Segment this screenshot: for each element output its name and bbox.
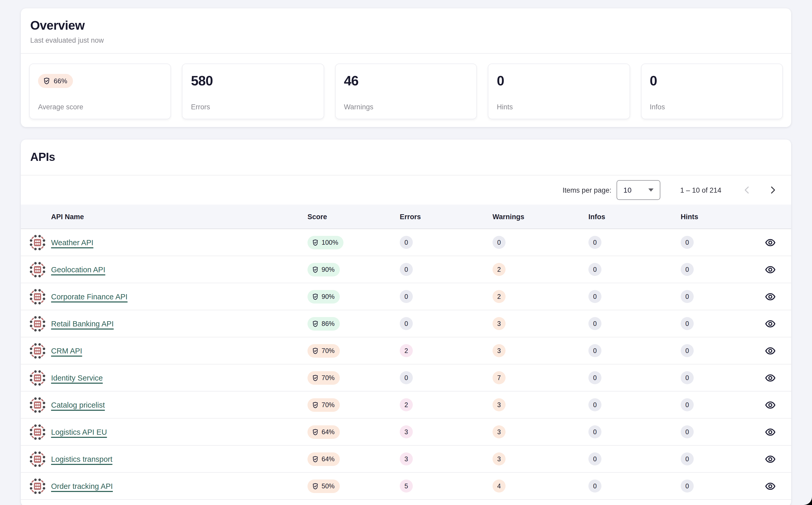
- shield-check-icon: [312, 374, 319, 381]
- api-name-link[interactable]: Retail Banking API: [51, 319, 114, 328]
- view-api-button[interactable]: [760, 340, 781, 361]
- hints-badge: 0: [681, 317, 694, 330]
- api-logo-icon: [29, 451, 46, 467]
- table-row: Order tracking API50%5400: [21, 473, 791, 500]
- warnings-badge: 3: [492, 398, 505, 411]
- shield-check-icon: [43, 77, 50, 85]
- hints-cell: 0: [681, 236, 758, 249]
- hints-cell: 0: [681, 480, 758, 493]
- stat-label: Average score: [38, 103, 162, 111]
- stat-card-infos: 0Infos: [641, 63, 783, 119]
- hints-cell: 0: [681, 371, 758, 384]
- api-name-link[interactable]: Identity Service: [51, 373, 103, 382]
- hints-badge: 0: [681, 426, 694, 438]
- hints-badge: 0: [681, 480, 694, 493]
- hints-badge: 0: [681, 344, 694, 357]
- errors-badge: 0: [400, 371, 413, 384]
- apis-title: APIs: [30, 150, 55, 164]
- infos-badge: 0: [588, 398, 601, 411]
- api-name-link[interactable]: Weather API: [51, 238, 93, 246]
- shield-check-icon: [312, 293, 319, 300]
- api-name-link[interactable]: Logistics API EU: [51, 428, 107, 436]
- api-name-link[interactable]: Logistics transport: [51, 455, 112, 463]
- table-toolbar: Items per page: 10 1 – 10 of 214: [21, 175, 791, 205]
- api-name-cell: Catalog pricelist: [29, 396, 308, 413]
- table-row: Retail Banking API86%0300: [21, 310, 791, 337]
- view-api-button[interactable]: [760, 286, 781, 307]
- api-name-cell: Geolocation API: [29, 261, 308, 278]
- table-row: Logistics transport64%3300: [21, 446, 791, 473]
- previous-page-button[interactable]: [737, 180, 758, 200]
- eye-icon: [765, 291, 776, 302]
- view-api-button[interactable]: [760, 367, 781, 388]
- items-per-page-select[interactable]: 10: [616, 180, 660, 200]
- hints-cell: 0: [681, 317, 758, 330]
- score-badge: 100%: [308, 235, 343, 249]
- warnings-cell: 3: [492, 398, 588, 411]
- warnings-cell: 3: [492, 453, 588, 466]
- infos-cell: 0: [588, 453, 681, 466]
- errors-cell: 0: [400, 290, 492, 303]
- infos-badge: 0: [588, 453, 601, 466]
- score-badge: 64%: [308, 452, 340, 466]
- view-api-button[interactable]: [760, 449, 781, 469]
- view-api-button[interactable]: [760, 394, 781, 415]
- infos-cell: 0: [588, 480, 681, 493]
- next-page-button[interactable]: [762, 180, 783, 200]
- warnings-badge: 2: [492, 263, 505, 276]
- actions-cell: [758, 476, 783, 496]
- api-name-link[interactable]: Corporate Finance API: [51, 292, 127, 301]
- score-badge: 90%: [308, 263, 340, 276]
- eye-icon: [765, 236, 776, 248]
- errors-badge: 3: [400, 453, 413, 466]
- api-logo-icon: [29, 424, 46, 440]
- page-subtitle: Last evaluated just now: [30, 36, 782, 44]
- infos-cell: 0: [588, 344, 681, 357]
- infos-cell: 0: [588, 236, 681, 249]
- warnings-badge: 7: [492, 371, 505, 384]
- view-api-button[interactable]: [760, 313, 781, 334]
- infos-badge: 0: [588, 290, 601, 303]
- table-row: Identity Service70%0700: [21, 364, 791, 391]
- column-header-errors: Errors: [400, 213, 492, 220]
- stat-card-errors: 580Errors: [182, 63, 324, 119]
- column-header-score: Score: [308, 213, 400, 220]
- eye-icon: [765, 480, 776, 492]
- errors-cell: 0: [400, 236, 492, 249]
- view-api-button[interactable]: [760, 422, 781, 442]
- api-name-cell: Weather API: [29, 234, 308, 251]
- infos-cell: 0: [588, 263, 681, 276]
- api-name-link[interactable]: Order tracking API: [51, 482, 113, 490]
- errors-badge: 5: [400, 480, 413, 493]
- hints-badge: 0: [681, 290, 694, 303]
- hints-cell: 0: [681, 398, 758, 411]
- infos-badge: 0: [588, 236, 601, 249]
- api-name-link[interactable]: Catalog pricelist: [51, 400, 105, 409]
- actions-cell: [758, 394, 783, 415]
- errors-cell: 0: [400, 371, 492, 384]
- errors-cell: 0: [400, 317, 492, 330]
- shield-check-icon: [312, 482, 319, 490]
- errors-badge: 2: [400, 398, 413, 411]
- api-name-link[interactable]: CRM API: [51, 346, 82, 355]
- view-api-button[interactable]: [760, 232, 781, 253]
- api-logo-icon: [29, 288, 46, 305]
- stats-row: 66%Average score580Errors46Warnings0Hint…: [21, 54, 791, 127]
- shield-check-icon: [312, 455, 319, 463]
- errors-cell: 3: [400, 426, 492, 438]
- api-name-link[interactable]: Geolocation API: [51, 265, 105, 274]
- actions-cell: [758, 367, 783, 388]
- stat-value: 580: [191, 74, 315, 88]
- items-per-page-label: Items per page:: [563, 186, 612, 194]
- api-name-cell: Logistics API EU: [29, 424, 308, 440]
- page-title: Overview: [30, 18, 782, 33]
- view-api-button[interactable]: [760, 259, 781, 280]
- chevron-right-icon: [767, 185, 778, 195]
- score-cell: 70%: [308, 371, 400, 384]
- column-header-warnings: Warnings: [492, 213, 588, 220]
- view-api-button[interactable]: [760, 476, 781, 496]
- stat-card-average-score: 66%Average score: [29, 63, 171, 119]
- warnings-badge: 3: [492, 317, 505, 330]
- actions-cell: [758, 449, 783, 469]
- table-row: Catalog pricelist70%2300: [21, 391, 791, 418]
